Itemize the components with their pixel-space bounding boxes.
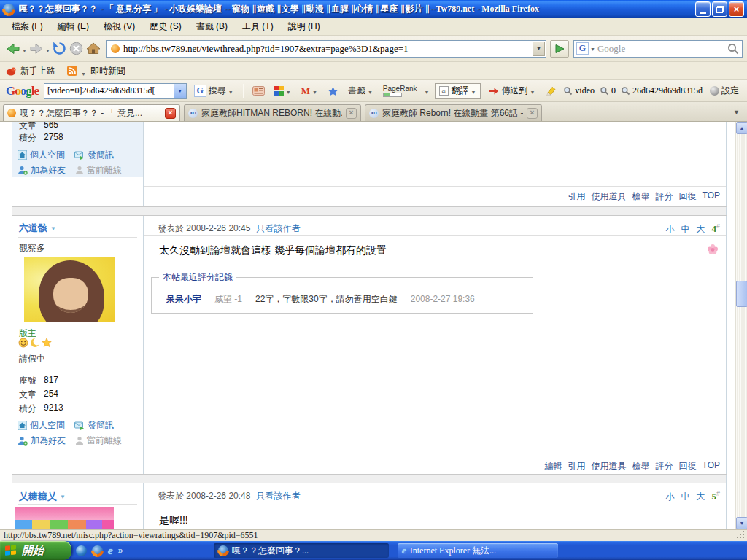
menu-item-edit[interactable]: 編輯 (E) [50,18,96,36]
menu-item-bookmarks[interactable]: 書籤 (B) [189,18,235,36]
url-input[interactable] [123,43,533,55]
post3-author-link[interactable]: 乂糖糖乂▼ [19,490,66,503]
gtb-combo-dropdown-button[interactable]: ▼ [174,84,186,98]
scroll-thumb[interactable] [736,281,747,307]
vertical-scrollbar[interactable]: ▲ ▼ [735,122,747,529]
forward-button[interactable] [28,40,45,58]
font-medium-link[interactable]: 中 [681,491,689,503]
gtb-translate-button[interactable]: a¡ 翻譯 ▼ [435,83,481,99]
tab-3[interactable]: XD 家庭教師 Reborn! 在線動畫 第66話 -... × [365,104,542,121]
quick-launch-overflow-chevron[interactable]: » [118,545,123,556]
use-item-link[interactable]: 使用道具 [592,460,627,472]
google-search-input[interactable] [597,43,725,55]
menu-item-history[interactable]: 歷史 (S) [142,18,188,36]
magic-flower-icon[interactable] [706,243,719,256]
minimize-button[interactable] [695,1,711,17]
edit-link[interactable]: 編輯 [545,460,562,472]
gtb-pagerank-button[interactable]: PageRank [381,83,419,98]
tab-close-button[interactable]: × [346,108,357,119]
url-history-dropdown-button[interactable]: ▼ [533,42,545,56]
resize-grip[interactable] [743,537,744,538]
quote-link[interactable]: 引用 [568,460,586,472]
rating-user-link[interactable]: 呆呆小宇 [166,293,201,306]
font-small-link[interactable]: 小 [665,491,674,503]
gtb-highlight-button[interactable] [543,85,558,98]
font-large-link[interactable]: 大 [696,491,705,503]
menu-item-tools[interactable]: 工具 (T) [235,18,281,36]
gtb-bookmarks-button[interactable]: 書籤 ▼ [346,83,376,98]
search-engine-dropdown[interactable]: ▼ [590,47,595,52]
close-button[interactable]: × [729,1,744,17]
gtb-apps-button[interactable]: ▼ [272,85,294,97]
post3-avatar[interactable] [15,507,114,529]
report-link[interactable]: 檢舉 [632,190,650,203]
post2-author-link[interactable]: 六道骸▼ [19,222,56,235]
start-button[interactable]: 開始 [0,541,71,560]
gtb-settings-button[interactable]: 設定 [708,83,741,98]
tab-2[interactable]: XD 家庭教師HITMAN REBORN! 在線動... × [184,104,361,121]
use-item-link[interactable]: 使用道具 [592,190,627,203]
menu-item-help[interactable]: 說明 (H) [281,18,328,36]
gtb-gmail-button[interactable]: M ▼ [299,84,320,98]
bookmark-latest-news[interactable]: ▼ 即時新聞 [67,65,125,77]
gtb-sendto-button[interactable]: 傳送到 ▼ [486,83,538,98]
bookmark-getting-started[interactable]: 新手上路 [6,65,55,77]
forward-dropdown-button[interactable]: ▼ [45,48,50,53]
back-dropdown-button[interactable]: ▼ [22,48,27,53]
gtb-news-button[interactable] [250,85,267,97]
gtb-bookmark-star-button[interactable] [325,85,341,98]
send-message-link[interactable]: 發簡訊 [74,419,114,432]
font-large-link[interactable]: 大 [696,223,705,236]
stop-button[interactable] [68,40,85,57]
scroll-down-button[interactable]: ▼ [736,517,747,529]
go-button[interactable] [550,40,569,58]
gtb-term-button-video[interactable]: video [563,85,595,96]
quick-launch-ie-icon[interactable]: e [108,545,113,557]
user-dropdown-icon[interactable]: ▼ [60,494,66,500]
only-author-link[interactable]: 只看該作者 [256,222,300,235]
pagerank-dropdown-icon[interactable]: ▼ [425,90,430,95]
user-space-link[interactable]: 個人空間 [18,419,65,432]
back-button[interactable] [4,40,22,58]
post2-avatar[interactable] [24,257,115,322]
send-message-link[interactable]: 發簡訊 [74,149,114,161]
tab-1-active[interactable]: 嘎？？怎麼回事？？ - 「 意見... × [3,104,180,121]
user-dropdown-icon[interactable]: ▼ [50,225,56,232]
rate-link[interactable]: 評分 [656,460,673,472]
menu-item-file[interactable]: 檔案 (F) [4,18,50,36]
rate-link[interactable]: 評分 [656,190,673,203]
tab-close-button[interactable]: × [527,108,538,119]
top-link[interactable]: TOP [703,460,720,472]
quick-launch-globe-icon[interactable] [76,545,87,556]
restore-button[interactable] [712,1,727,17]
report-link[interactable]: 檢舉 [632,460,650,472]
home-button[interactable] [85,40,102,57]
menu-item-view[interactable]: 檢視 (V) [96,18,142,36]
task-button-ie[interactable]: e Internet Explorer 無法... [398,543,558,558]
column-divider [143,215,144,474]
gtb-term-button-0[interactable]: 0 [600,85,616,96]
add-friend-link[interactable]: 加為好友 [18,164,66,176]
rating-record-title-link[interactable]: 本帖最近評分記錄 [159,271,236,284]
reload-button[interactable] [51,40,68,57]
add-friend-link[interactable]: 加為好友 [18,435,66,447]
reply-link[interactable]: 回復 [679,460,697,472]
search-engine-icon[interactable]: G [576,42,589,55]
font-medium-link[interactable]: 中 [681,223,689,236]
gtb-search-input[interactable] [44,85,174,96]
tab-list-dropdown-button[interactable]: ▼ [729,107,744,117]
gtb-search-button[interactable]: G 搜尋 ▼ [192,83,236,98]
quote-link[interactable]: 引用 [568,190,586,203]
task-button-firefox[interactable]: 嘎？？怎麼回事？... [214,543,389,558]
reply-link[interactable]: 回復 [679,190,697,203]
search-magnifier-icon[interactable] [727,42,740,55]
tab-close-button[interactable]: × [165,108,176,119]
gtb-search-dropdown[interactable]: ▼ [228,90,233,95]
quick-launch-firefox-icon[interactable] [92,545,103,556]
scroll-up-button[interactable]: ▲ [736,122,747,134]
top-link[interactable]: TOP [703,190,720,203]
only-author-link[interactable]: 只看該作者 [256,490,300,502]
font-small-link[interactable]: 小 [665,223,674,236]
user-space-link[interactable]: 個人空間 [18,149,65,161]
gtb-term-button-hash[interactable]: 26d6429d69d8315d [621,85,703,96]
